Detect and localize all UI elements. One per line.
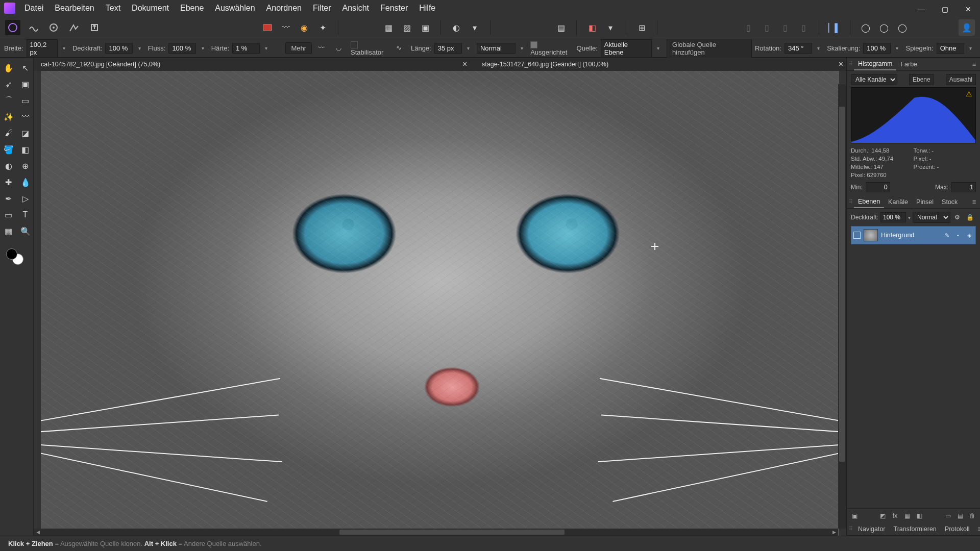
hscroll-right-arrow[interactable]: ▶ xyxy=(831,530,837,535)
swatch-foreground-icon[interactable] xyxy=(260,20,275,35)
menu-datei[interactable]: Datei xyxy=(19,2,48,15)
dodge-tool[interactable]: ◐ xyxy=(0,158,17,174)
marquee-tool[interactable]: ▭ xyxy=(17,92,34,109)
node-tool[interactable]: ▷ xyxy=(17,190,34,207)
tab-farbe[interactable]: Farbe xyxy=(896,59,921,70)
view-tool[interactable]: ➶ xyxy=(0,76,17,92)
layer-visibility-checkbox[interactable] xyxy=(853,232,861,239)
rotation-drop[interactable]: ▾ xyxy=(815,45,822,52)
close-button[interactable]: ✕ xyxy=(957,0,980,18)
persona-photo[interactable] xyxy=(5,20,20,35)
tab-stock[interactable]: Stock xyxy=(938,196,962,208)
arrange-icon-3[interactable]: ▯ xyxy=(778,20,792,35)
footer-add-icon[interactable]: ▤ xyxy=(955,512,965,519)
layer-blendmode-select[interactable]: Normal xyxy=(913,212,950,223)
color-wheel-icon[interactable]: ◉ xyxy=(297,20,311,35)
account-icon[interactable]: 👤 xyxy=(959,19,975,36)
histogram-ebene-button[interactable]: Ebene xyxy=(909,74,934,85)
opacity-value[interactable]: 100 % xyxy=(105,43,133,54)
source-value[interactable]: Aktuelle Ebene xyxy=(601,39,652,58)
selection-sub-icon[interactable]: ▨ xyxy=(400,20,414,35)
move-tool[interactable]: ↖ xyxy=(17,60,34,76)
layer-hintergrund[interactable]: Hintergrund ✎ ▪ ◈ xyxy=(851,226,976,244)
hscroll-left-arrow[interactable]: ◀ xyxy=(35,530,41,535)
tab-histogramm[interactable]: Histogramm xyxy=(854,58,896,70)
clone-tool[interactable]: ⊕ xyxy=(17,158,34,174)
wetedge-icon[interactable]: ◡ xyxy=(336,44,345,53)
canvas[interactable] xyxy=(41,71,839,536)
tab-cat-close[interactable]: × xyxy=(462,60,467,69)
arrange-icon-1[interactable]: ▯ xyxy=(741,20,755,35)
panel-menu-icon[interactable]: ≡ xyxy=(968,59,980,70)
blend-drop[interactable]: ▾ xyxy=(519,45,525,52)
chain-icon[interactable]: ⊞ xyxy=(634,20,649,35)
crop-tool[interactable]: ▣ xyxy=(17,76,34,92)
text-tool[interactable]: T xyxy=(17,207,34,223)
persona-develop[interactable] xyxy=(46,20,61,35)
minimize-button[interactable]: — xyxy=(910,0,933,18)
footer-crop-icon[interactable]: ▦ xyxy=(903,512,912,519)
persona-export[interactable] xyxy=(87,20,102,35)
tab-navigator[interactable]: Navigator xyxy=(854,523,890,535)
tab-ebenen[interactable]: Ebenen xyxy=(854,196,884,208)
histo-min-input[interactable] xyxy=(866,182,890,192)
opacity-drop[interactable]: ▾ xyxy=(136,45,142,52)
menu-ebene[interactable]: Ebene xyxy=(175,2,209,15)
tab-pinsel[interactable]: Pinsel xyxy=(912,196,938,208)
length-drop[interactable]: ▾ xyxy=(465,45,472,52)
histo-max-input[interactable] xyxy=(951,182,976,192)
pressure-icon[interactable]: 〰 xyxy=(318,44,327,53)
menu-text[interactable]: Text xyxy=(101,2,126,15)
layer-settings-icon[interactable]: ⚙ xyxy=(952,214,962,221)
menu-anordnen[interactable]: Anordnen xyxy=(261,2,307,15)
blendmode-select[interactable]: Normal xyxy=(477,43,516,54)
arrange-icon-2[interactable]: ▯ xyxy=(760,20,774,35)
aligned-checkbox[interactable] xyxy=(530,41,537,48)
tab-transformieren[interactable]: Transformieren xyxy=(890,523,941,535)
snap-icon-2[interactable]: ◯ xyxy=(877,20,891,35)
autolevel-icon[interactable]: ◧ xyxy=(585,20,599,35)
pen-tool[interactable]: ✒ xyxy=(0,190,17,207)
dropdown-icon[interactable]: ▾ xyxy=(468,20,482,35)
crop-icon[interactable]: ▤ xyxy=(554,20,568,35)
menu-filter[interactable]: Filter xyxy=(308,2,336,15)
scale-value[interactable]: 100 % xyxy=(863,43,891,54)
blur-tool[interactable]: 💧 xyxy=(17,174,34,190)
panel-menu-icon[interactable]: ≡ xyxy=(973,523,980,535)
menu-fenster[interactable]: Fenster xyxy=(375,2,413,15)
histogram-channel-select[interactable]: Alle Kanäle xyxy=(851,74,897,85)
width-value[interactable]: 100,2 px xyxy=(27,39,58,58)
grip-icon[interactable]: ⠿ xyxy=(847,525,854,532)
shape-tool[interactable]: ▭ xyxy=(0,207,17,223)
flow-value[interactable]: 100 % xyxy=(168,43,196,54)
grip-icon[interactable]: ⠿ xyxy=(847,61,854,67)
vertical-scrollbar[interactable] xyxy=(838,84,846,529)
panel-menu-icon[interactable]: ≡ xyxy=(968,196,980,208)
flow-drop[interactable]: ▾ xyxy=(199,45,206,52)
mirror-drop[interactable]: ▾ xyxy=(967,45,974,52)
scale-drop[interactable]: ▾ xyxy=(894,45,900,52)
tab-kanaele[interactable]: Kanäle xyxy=(884,196,912,208)
maximize-button[interactable]: ▢ xyxy=(933,0,957,18)
tab-cat[interactable]: cat-1045782_1920.jpg [Geändert] (75,0%) xyxy=(37,58,164,70)
align-left-icon[interactable]: ▏▌ xyxy=(827,20,842,35)
zoom-tool[interactable]: 🔍 xyxy=(17,223,34,239)
tab-stage[interactable]: stage-1531427_640.jpg [Geändert] (100,0%… xyxy=(478,58,612,70)
mirror-value[interactable]: Ohne xyxy=(937,43,964,54)
add-global-source-button[interactable]: Globale Quelle hinzufügen xyxy=(667,39,752,58)
horizontal-scrollbar[interactable]: ◀ ▶ xyxy=(34,529,838,536)
persona-liquify[interactable] xyxy=(26,20,41,35)
hand-tool[interactable]: ✋ xyxy=(0,60,17,76)
selection-int-icon[interactable]: ▣ xyxy=(418,20,432,35)
paint-brush[interactable]: 🖌 xyxy=(0,125,17,141)
footer-adjust-icon[interactable]: ◩ xyxy=(878,512,888,519)
dropdown-icon-2[interactable]: ▾ xyxy=(603,20,618,35)
stabilizer-checkbox[interactable] xyxy=(351,41,358,48)
layer-fx-icon[interactable]: ▪ xyxy=(954,232,962,238)
menu-dokument[interactable]: Dokument xyxy=(127,2,174,15)
menu-bearbeiten[interactable]: Bearbeiten xyxy=(50,2,99,15)
footer-live-icon[interactable]: ◧ xyxy=(915,512,924,519)
rotation-value[interactable]: 345 ° xyxy=(785,43,812,54)
link-icon[interactable]: ✦ xyxy=(315,20,330,35)
histogram-auswahl-button[interactable]: Auswahl xyxy=(946,74,976,85)
